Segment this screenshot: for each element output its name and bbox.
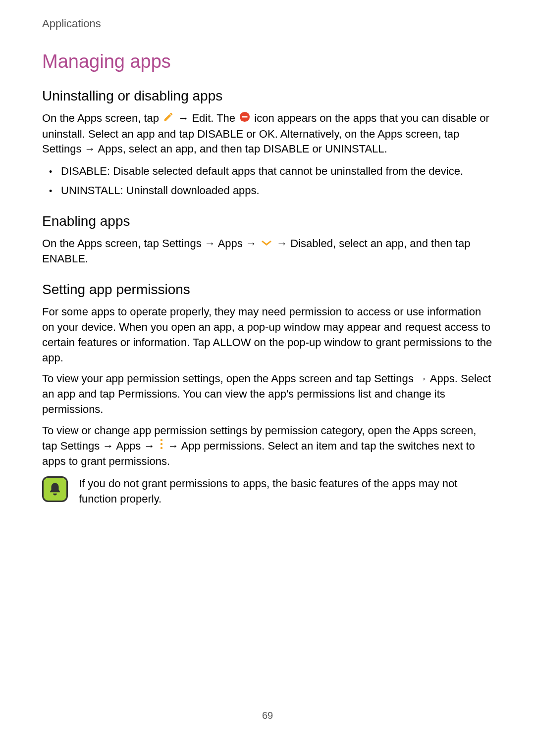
section3-paragraph-3: To view or change app permission setting… (42, 423, 493, 469)
svg-point-3 (160, 443, 162, 445)
note-icon (42, 476, 68, 502)
minus-circle-icon (239, 111, 250, 127)
section3-paragraph-2: To view your app permission settings, op… (42, 371, 493, 417)
section3-paragraph-1: For some apps to operate properly, they … (42, 304, 493, 365)
page-title: Managing apps (42, 51, 493, 72)
list-item: DISABLE: Disable selected default apps t… (61, 164, 493, 179)
svg-point-4 (160, 447, 162, 449)
svg-rect-1 (242, 116, 248, 117)
breadcrumb: Applications (42, 17, 493, 30)
list-item: UNINSTALL: Uninstall downloaded apps. (61, 183, 493, 199)
note-box: If you do not grant permissions to apps,… (42, 476, 493, 507)
more-vertical-icon (159, 439, 164, 454)
section2-paragraph: On the Apps screen, tap Settings → Apps … (42, 236, 493, 267)
section-heading-enable: Enabling apps (42, 213, 493, 229)
section1-paragraph: On the Apps screen, tap → Edit. The icon… (42, 111, 493, 157)
dropdown-arrow-icon (261, 237, 272, 252)
pencil-icon (163, 111, 174, 127)
page-number: 69 (0, 710, 535, 721)
section-heading-permissions: Setting app permissions (42, 282, 493, 298)
svg-point-2 (160, 439, 162, 441)
note-text: If you do not grant permissions to apps,… (79, 476, 493, 507)
section-heading-uninstall: Uninstalling or disabling apps (42, 88, 493, 104)
section1-list: DISABLE: Disable selected default apps t… (42, 164, 493, 199)
